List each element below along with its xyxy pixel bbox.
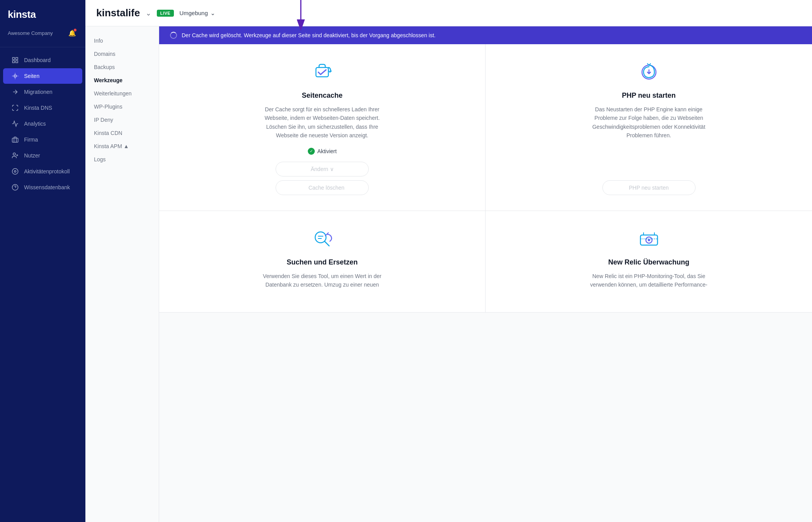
tools-grid: Seitencache Der Cache sorgt für ein schn… — [159, 44, 812, 313]
tool-card-new-relic: New Relic Überwachung New Relic ist ein … — [486, 211, 812, 313]
company-name: Awesome Company — [8, 30, 53, 36]
seitencache-icon — [310, 60, 335, 85]
new-relic-description: New Relic ist ein PHP-Monitoring-Tool, d… — [587, 272, 711, 289]
svg-point-9 — [12, 169, 18, 175]
php-restart-title: PHP neu starten — [622, 92, 676, 100]
notification-bell[interactable]: 🔔 — [67, 28, 78, 38]
php-restart-actions: PHP neu starten — [602, 180, 696, 195]
aktivitaeten-icon — [11, 168, 19, 175]
svg-rect-0 — [12, 57, 14, 59]
tool-card-suchen-ersetzen: Suchen und Ersetzen Verwenden Sie dieses… — [159, 211, 486, 313]
sidebar-item-label: Migrationen — [24, 89, 52, 95]
firma-icon — [11, 136, 19, 143]
php-restart-icon — [637, 60, 661, 85]
company-area: Awesome Company 🔔 — [0, 24, 85, 45]
seitencache-title: Seitencache — [302, 92, 342, 100]
php-restart-button[interactable]: PHP neu starten — [602, 180, 696, 195]
sidebar-item-migrationen[interactable]: Migrationen — [3, 84, 82, 100]
notification-dot — [73, 28, 77, 32]
svg-point-6 — [13, 153, 16, 155]
sidebar-item-firma[interactable]: Firma — [3, 132, 82, 147]
main-area: kinstalife ⌄ LIVE Umgebung ⌄ Info — [85, 0, 812, 522]
environment-selector[interactable]: Umgebung ⌄ — [179, 10, 215, 17]
svg-point-10 — [14, 171, 16, 173]
new-relic-title: New Relic Überwachung — [608, 258, 689, 266]
logo-area: kinsta — [0, 0, 85, 24]
analytics-icon — [11, 120, 19, 127]
suchen-ersetzen-description: Verwenden Sie dieses Tool, um einen Wert… — [260, 272, 384, 289]
sub-nav-kinsta-cdn[interactable]: Kinsta CDN — [85, 126, 159, 140]
sidebar-item-aktivitaeten[interactable]: Aktivitätenprotokoll — [3, 164, 82, 179]
seiten-icon — [11, 73, 19, 80]
svg-rect-2 — [16, 61, 18, 63]
sidebar-item-label: Nutzer — [24, 152, 40, 159]
top-header: kinstalife ⌄ LIVE Umgebung ⌄ — [85, 0, 812, 26]
sub-nav-kinsta-apm[interactable]: Kinsta APM ▲ — [85, 140, 159, 153]
btn-spinner-icon — [300, 185, 305, 190]
status-dot-green: ✓ — [308, 148, 315, 155]
sub-nav-werkzeuge[interactable]: Werkzeuge — [85, 74, 159, 87]
suchen-ersetzen-icon — [310, 226, 335, 251]
migrationen-icon — [11, 88, 19, 95]
sub-nav-wp-plugins[interactable]: WP-Plugins — [85, 100, 159, 113]
cache-banner: Der Cache wird gelöscht. Werkzeuge auf d… — [159, 26, 812, 44]
sub-nav-weiterleitungen[interactable]: Weiterleitungen — [85, 87, 159, 100]
spinner-icon — [170, 32, 177, 39]
logo-text: kinsta — [8, 9, 36, 20]
sidebar-item-label: Wissensdatenbank — [24, 184, 70, 190]
sub-nav-ip-deny[interactable]: IP Deny — [85, 113, 159, 126]
environment-label: Umgebung — [179, 10, 208, 16]
seitencache-actions: Ändern ∨ Cache löschen — [276, 162, 369, 195]
sub-nav-backups[interactable]: Backups — [85, 60, 159, 74]
sidebar-item-label: Firma — [24, 137, 38, 143]
svg-rect-5 — [12, 138, 18, 142]
sub-nav-info[interactable]: Info — [85, 34, 159, 47]
svg-rect-3 — [12, 61, 14, 63]
seitencache-status: ✓ Aktiviert — [308, 148, 337, 155]
php-restart-description: Das Neustarten der PHP Engine kann einig… — [587, 105, 711, 140]
sub-nav-domains[interactable]: Domains — [85, 47, 159, 60]
sidebar-item-nutzer[interactable]: Nutzer — [3, 148, 82, 163]
sub-nav-logs[interactable]: Logs — [85, 153, 159, 166]
kinsta-dns-icon — [11, 104, 19, 111]
sidebar-item-seiten[interactable]: Seiten — [3, 68, 82, 84]
sidebar-item-wissensdatenbank[interactable]: Wissensdatenbank — [3, 180, 82, 195]
seitencache-description: Der Cache sorgt für ein schnelleres Lade… — [260, 105, 384, 140]
aendern-button[interactable]: Ändern ∨ — [276, 162, 369, 176]
sidebar-item-label: Analytics — [24, 121, 46, 127]
new-relic-icon — [637, 226, 661, 251]
sidebar-item-label: Kinsta DNS — [24, 105, 52, 111]
live-badge: LIVE — [157, 10, 174, 17]
sidebar-item-analytics[interactable]: Analytics — [3, 116, 82, 131]
sub-sidebar: Info Domains Backups Werkzeuge Weiterlei… — [85, 26, 159, 522]
tool-card-php-restart: PHP neu starten Das Neustarten der PHP E… — [486, 44, 812, 211]
cache-banner-text: Der Cache wird gelöscht. Werkzeuge auf d… — [182, 32, 435, 38]
sidebar-divider — [0, 47, 85, 47]
wissensdatenbank-icon — [11, 184, 19, 191]
svg-point-4 — [14, 75, 16, 77]
sidebar-item-label: Seiten — [24, 73, 40, 79]
sidebar: kinsta Awesome Company 🔔 Dashboard Seite… — [0, 0, 85, 522]
dashboard-icon — [11, 57, 19, 64]
site-name: kinstalife — [96, 7, 140, 19]
svg-rect-1 — [16, 57, 18, 59]
tool-card-seitencache: Seitencache Der Cache sorgt für ein schn… — [159, 44, 486, 211]
sidebar-item-kinsta-dns[interactable]: Kinsta DNS — [3, 100, 82, 116]
sidebar-item-label: Aktivitätenprotokoll — [24, 168, 70, 175]
content-layout: Info Domains Backups Werkzeuge Weiterlei… — [85, 26, 812, 522]
environment-chevron-icon: ⌄ — [210, 10, 215, 17]
nutzer-icon — [11, 152, 19, 159]
svg-line-18 — [324, 241, 329, 246]
sidebar-item-label: Dashboard — [24, 57, 51, 63]
sidebar-item-dashboard[interactable]: Dashboard — [3, 52, 82, 68]
cache-loeschen-button[interactable]: Cache löschen — [276, 180, 369, 195]
svg-point-21 — [648, 239, 650, 241]
suchen-ersetzen-title: Suchen und Ersetzen — [286, 258, 357, 266]
site-name-chevron-icon[interactable]: ⌄ — [146, 9, 151, 17]
main-content: Der Cache wird gelöscht. Werkzeuge auf d… — [159, 26, 812, 522]
sidebar-nav: Dashboard Seiten Migrationen Kinsta DNS … — [0, 49, 85, 522]
